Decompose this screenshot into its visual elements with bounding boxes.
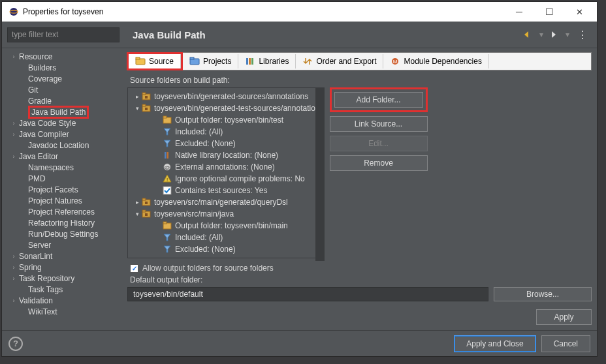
sidebar-item-spring[interactable]: ›Spring: [2, 262, 122, 273]
sidebar-item-run-debug-settings[interactable]: Run/Debug Settings: [2, 228, 122, 239]
svg-rect-20: [167, 152, 169, 159]
sidebar-item-label: Coverage: [28, 74, 62, 83]
tree-row[interactable]: !Ignore optional compile problems: No: [128, 173, 324, 185]
maximize-button[interactable]: ☐: [534, 3, 564, 21]
filter-icon: [162, 232, 172, 243]
tree-row[interactable]: ▸toyseven/src/main/generated/queryDsl: [128, 196, 324, 208]
tree-row[interactable]: Output folder: toyseven/bin/main: [128, 220, 324, 232]
sidebar-item-git[interactable]: Git: [2, 84, 122, 95]
chevron-down-icon[interactable]: ▾: [133, 211, 141, 217]
sidebar-item-coverage[interactable]: Coverage: [2, 73, 122, 84]
sidebar-item-task-tags[interactable]: Task Tags: [2, 284, 122, 295]
source-folders-tree[interactable]: ▸toyseven/bin/generated-sources/annotati…: [127, 87, 325, 258]
tree-row[interactable]: ▾toyseven/bin/generated-test-sources/ann…: [128, 102, 324, 114]
sidebar-item-java-build-path[interactable]: Java Build Path: [2, 106, 122, 117]
chevron-down-icon[interactable]: ▾: [133, 105, 141, 112]
apply-and-close-button[interactable]: Apply and Close: [454, 335, 535, 352]
sidebar-item-sonarlint[interactable]: ›SonarLint: [2, 250, 122, 262]
pkg-icon: [141, 197, 152, 207]
titlebar[interactable]: Properties for toyseven ─ ☐ ✕: [2, 2, 597, 22]
help-icon[interactable]: ?: [8, 337, 23, 351]
sidebar-item-java-code-style[interactable]: ›Java Code Style: [2, 117, 122, 129]
forward-arrow-icon[interactable]: [549, 29, 560, 40]
tree-row[interactable]: Included: (All): [128, 232, 324, 243]
sidebar-item-label: WikiText: [28, 307, 57, 316]
sidebar-item-javadoc-location[interactable]: Javadoc Location: [2, 140, 122, 151]
page-title: Java Build Path: [125, 29, 522, 40]
sidebar-item-project-facets[interactable]: Project Facets: [2, 184, 122, 195]
sidebar-item-validation[interactable]: ›Validation: [2, 295, 122, 306]
minimize-button[interactable]: ─: [504, 3, 534, 21]
sidebar-item-builders[interactable]: Builders: [2, 62, 122, 73]
tab-order-and-export[interactable]: Order and Export: [296, 54, 383, 68]
svg-rect-26: [142, 198, 146, 200]
chevron-right-icon[interactable]: ▸: [133, 93, 141, 100]
category-tree[interactable]: ›ResourceBuildersCoverageGitGradleJava B…: [2, 48, 122, 330]
remove-button[interactable]: Remove: [330, 155, 428, 171]
pkg-icon: [141, 103, 152, 114]
sidebar-item-label: Server: [28, 241, 51, 250]
tree-row[interactable]: Excluded: (None): [128, 243, 324, 255]
sidebar-item-refactoring-history[interactable]: Refactoring History: [2, 217, 122, 228]
tree-row[interactable]: Excluded: (None): [128, 138, 324, 149]
chevron-right-icon[interactable]: ▸: [133, 199, 141, 205]
edit-button: Edit...: [330, 136, 428, 151]
scrollbar[interactable]: [315, 87, 325, 261]
tree-row-label: Native library location: (None): [175, 151, 278, 160]
svg-rect-18: [163, 116, 167, 118]
sidebar-item-gradle[interactable]: Gradle: [2, 95, 122, 106]
sidebar-item-wikitext[interactable]: WikiText: [2, 306, 122, 317]
tree-row-label: toyseven/src/main/generated/queryDsl: [154, 198, 288, 207]
tree-row[interactable]: Output folder: toyseven/bin/test: [128, 114, 324, 126]
tab-source[interactable]: Source: [129, 54, 181, 68]
tab-label: Source: [149, 57, 174, 66]
svg-rect-24: [163, 187, 171, 194]
chevron-right-icon: ›: [10, 53, 18, 60]
tree-row-label: Contains test sources: Yes: [175, 186, 267, 195]
sidebar-item-namespaces[interactable]: Namespaces: [2, 162, 122, 173]
libraries-icon: [245, 57, 255, 66]
tree-row-label: Output folder: toyseven/bin/main: [175, 221, 288, 230]
view-menu-icon[interactable]: ⋮: [575, 29, 590, 41]
default-output-field[interactable]: toyseven/bin/default: [127, 287, 488, 301]
tree-row[interactable]: Contains test sources: Yes: [128, 185, 324, 196]
tab-projects[interactable]: Projects: [183, 54, 238, 68]
sidebar-item-project-references[interactable]: Project References: [2, 206, 122, 217]
svg-rect-27: [145, 202, 148, 204]
sidebar-item-label: Task Tags: [28, 285, 63, 294]
tab-label: Projects: [203, 57, 231, 66]
sidebar-item-java-compiler[interactable]: ›Java Compiler: [2, 129, 122, 140]
order-icon: [302, 57, 313, 66]
tree-row[interactable]: ▸toyseven/bin/generated-sources/annotati…: [128, 91, 324, 102]
tree-row-label: Output folder: toyseven/bin/test: [175, 115, 283, 125]
tree-row-label: Ignore optional compile problems: No: [175, 174, 305, 183]
allow-output-checkbox[interactable]: ✓: [130, 264, 138, 273]
tree-row[interactable]: ▾toyseven/src/main/java: [128, 208, 324, 220]
sidebar-item-server[interactable]: Server: [2, 239, 122, 250]
sidebar-item-label: Spring: [19, 263, 42, 272]
tree-row[interactable]: Included: (All): [128, 126, 324, 138]
tree-row-label: Excluded: (None): [175, 139, 236, 148]
tree-row[interactable]: Native library location: (None): [128, 149, 324, 161]
sidebar-item-resource[interactable]: ›Resource: [2, 51, 122, 62]
main-panel: SourceProjectsLibrariesOrder and ExportM…: [122, 48, 597, 330]
back-arrow-icon[interactable]: [522, 29, 534, 40]
sidebar-item-pmd[interactable]: PMD: [2, 173, 122, 184]
close-button[interactable]: ✕: [564, 3, 594, 21]
source-folders-label: Source folders on build path:: [130, 76, 592, 85]
cancel-button[interactable]: Cancel: [541, 335, 590, 352]
link-source-button[interactable]: Link Source...: [330, 116, 428, 132]
sidebar-item-project-natures[interactable]: Project Natures: [2, 195, 122, 206]
add-folder-button[interactable]: Add Folder...: [334, 92, 423, 108]
apply-button[interactable]: Apply: [536, 309, 592, 325]
tree-row-label: toyseven/bin/generated-test-sources/anno…: [154, 104, 324, 113]
sidebar-item-task-repository[interactable]: ›Task Repository: [2, 273, 122, 284]
sidebar-item-java-editor[interactable]: ›Java Editor: [2, 151, 122, 162]
filter-input[interactable]: type filter text: [7, 27, 120, 42]
tab-libraries[interactable]: Libraries: [238, 54, 296, 68]
tree-row-label: Included: (All): [175, 127, 223, 136]
tree-row[interactable]: @External annotations: (None): [128, 161, 324, 173]
tab-module-dependencies[interactable]: MModule Dependencies: [383, 54, 488, 68]
browse-button[interactable]: Browse...: [494, 287, 592, 301]
svg-rect-7: [249, 58, 251, 65]
